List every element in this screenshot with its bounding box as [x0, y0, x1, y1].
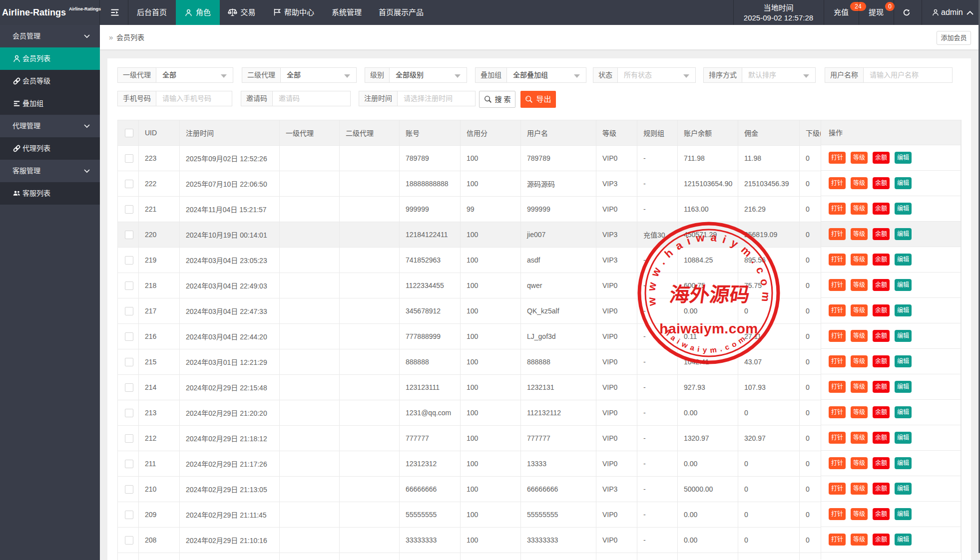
svg-text:海外源码: 海外源码 [668, 283, 751, 306]
svg-text:haiwaiym.com: haiwaiym.com [659, 321, 758, 336]
